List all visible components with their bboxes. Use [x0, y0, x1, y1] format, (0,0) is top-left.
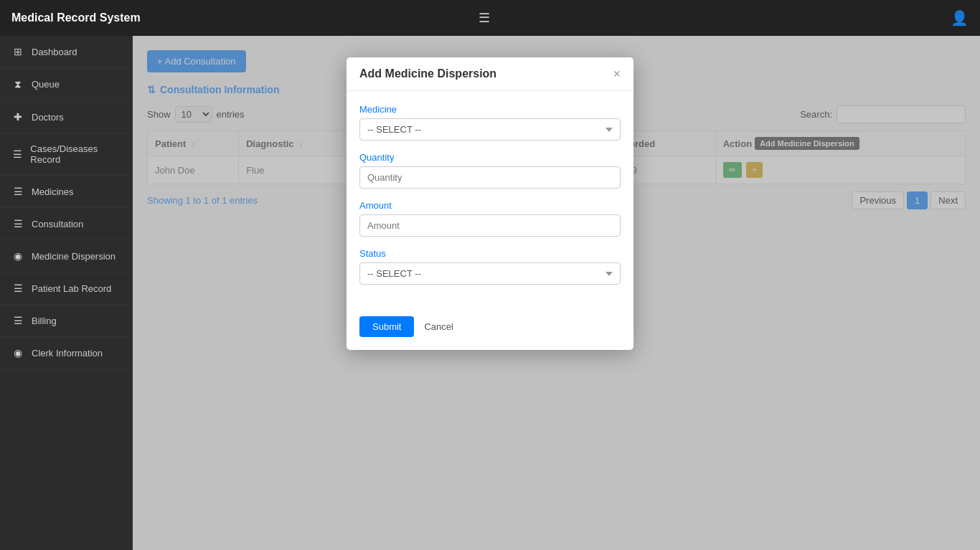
add-medicine-dispersion-modal: Add Medicine Dispersion × Medicine -- SE… — [347, 57, 633, 350]
cancel-button[interactable]: Cancel — [420, 316, 457, 337]
status-label: Status — [359, 248, 621, 259]
amount-input[interactable] — [359, 214, 621, 237]
medicine-label: Medicine — [359, 104, 621, 115]
quantity-input[interactable] — [359, 166, 621, 189]
medicine-field-group: Medicine -- SELECT -- — [359, 104, 621, 141]
modal-backdrop: Add Medicine Dispersion × Medicine -- SE… — [0, 0, 980, 550]
modal-header: Add Medicine Dispersion × — [347, 57, 633, 91]
quantity-label: Quantity — [359, 152, 621, 163]
modal-title: Add Medicine Dispersion — [359, 67, 496, 80]
modal-close-button[interactable]: × — [613, 67, 621, 80]
submit-button[interactable]: Submit — [359, 316, 414, 337]
amount-field-group: Amount — [359, 200, 621, 237]
status-field-group: Status -- SELECT -- — [359, 248, 621, 285]
amount-label: Amount — [359, 200, 621, 211]
quantity-field-group: Quantity — [359, 152, 621, 189]
medicine-select[interactable]: -- SELECT -- — [359, 118, 621, 141]
status-select[interactable]: -- SELECT -- — [359, 262, 621, 285]
modal-footer: Submit Cancel — [347, 309, 633, 350]
modal-body: Medicine -- SELECT -- Quantity Amount St… — [347, 91, 633, 309]
